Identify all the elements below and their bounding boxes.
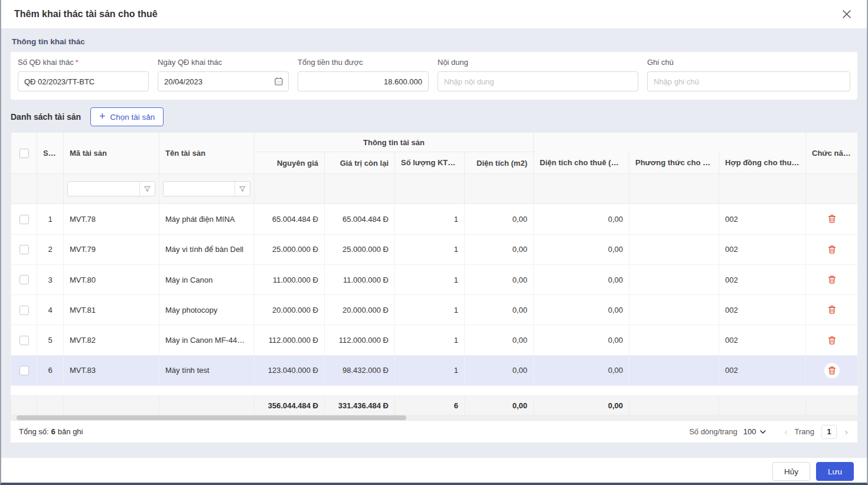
cell-area: 0,00 (465, 204, 534, 234)
content-input[interactable] (438, 71, 638, 91)
decision-date-input[interactable] (158, 71, 289, 91)
prev-page-button[interactable]: ‹ (784, 427, 789, 437)
save-button[interactable]: Lưu (816, 462, 854, 481)
delete-row-button[interactable] (824, 363, 840, 378)
row-checkbox-cell (11, 355, 37, 385)
cell-asset-code: MVT.78 (64, 204, 159, 234)
filter-asset-name-input[interactable] (164, 182, 234, 196)
row-checkbox-cell (11, 295, 37, 325)
cell-actions (806, 234, 858, 264)
cell-remaining-value: 11.000.000 Đ (325, 264, 395, 294)
cell-asset-code: MVT.83 (64, 355, 159, 385)
cell-quantity: 1 (395, 295, 465, 325)
required-marker: (*) (800, 158, 805, 167)
cell-asset-name: Máy photocopy (159, 295, 254, 325)
cell-rent-area: 0,00 (534, 325, 629, 355)
table-row: 4 MVT.81 Máy photocopy 20.000.000 Đ 20.0… (11, 295, 858, 325)
delete-row-button[interactable] (824, 242, 840, 257)
dialog-body: Thông tin khai thác Số QĐ khai thác* Ngà… (0, 28, 868, 450)
total-original-cost: 356.044.484 Đ (254, 396, 325, 415)
trash-icon (827, 336, 837, 345)
page-size-select[interactable]: 100 (743, 427, 766, 436)
field-content: Nội dung (438, 58, 638, 91)
trash-icon (827, 214, 837, 224)
field-decision-date: Ngày QĐ khai thác (158, 58, 289, 91)
current-page-box[interactable]: 1 (821, 425, 837, 439)
next-page-button[interactable]: › (844, 427, 849, 437)
total-quantity: 6 (395, 396, 465, 415)
cell-area: 0,00 (465, 264, 534, 294)
decision-date-label: Ngày QĐ khai thác (158, 58, 289, 67)
row-checkbox[interactable] (19, 245, 29, 254)
info-section-title: Thông tin khai thác (11, 28, 857, 52)
cell-asset-name: Máy in Canon MF-445D... (159, 325, 254, 355)
cell-quantity: 1 (395, 325, 465, 355)
cell-asset-name: Máy in Canon (159, 264, 254, 294)
row-checkbox[interactable] (19, 215, 29, 224)
cell-rent-area: 0,00 (534, 355, 629, 385)
scrollbar-thumb[interactable] (17, 415, 406, 420)
total-remaining-value: 331.436.484 Đ (325, 396, 395, 415)
note-input[interactable] (647, 71, 850, 91)
cell-rent-area: 0,00 (534, 264, 629, 294)
cell-asset-code: MVT.82 (64, 325, 159, 355)
cell-actions (806, 204, 858, 234)
asset-table-card: STT Mã tài sản Tên tài sản Thông tin tài… (11, 132, 857, 443)
dialog-header: Thêm khai thác tài sản cho thuê (0, 0, 868, 28)
cell-actions (806, 264, 858, 294)
cell-area: 0,00 (465, 325, 534, 355)
row-checkbox[interactable] (19, 366, 29, 375)
col-actions: Chức năng (806, 133, 858, 174)
col-stt: STT (37, 133, 64, 174)
row-checkbox[interactable] (19, 275, 29, 284)
trash-icon (827, 305, 837, 314)
cell-asset-name: Máy vi tính để bàn Dell (159, 234, 254, 264)
required-marker: * (76, 58, 79, 67)
delete-row-button[interactable] (824, 211, 840, 227)
delete-row-button[interactable] (824, 302, 840, 317)
col-group-asset-info: Thông tin tài sản (254, 133, 534, 152)
col-rent-area: Diện tích cho thuê (m2) (534, 152, 629, 174)
total-amount-input[interactable] (298, 71, 429, 91)
total-amount-label: Tổng tiền thu được (298, 58, 429, 67)
decision-number-input[interactable] (18, 71, 149, 91)
cell-remaining-value: 65.004.484 Đ (325, 204, 395, 234)
row-checkbox[interactable] (19, 306, 29, 315)
table-empty-space (11, 386, 858, 396)
row-checkbox-cell (11, 234, 37, 264)
calendar-icon[interactable] (274, 77, 283, 89)
cell-area: 0,00 (465, 234, 534, 264)
cancel-button[interactable]: Hủy (772, 462, 810, 481)
table-row: 1 MVT.78 Máy phát điện MINA 65.004.484 Đ… (11, 204, 858, 234)
delete-row-button[interactable] (824, 272, 840, 287)
cell-original-cost: 112.000.000 Đ (254, 325, 325, 355)
choose-asset-label: Chọn tài sản (110, 113, 155, 122)
cell-contract: 002 (719, 204, 806, 234)
close-icon[interactable] (840, 7, 854, 21)
cell-rent-method (629, 234, 719, 264)
row-checkbox-cell (11, 325, 37, 355)
col-original-cost: Nguyên giá (254, 152, 325, 174)
field-total-amount: Tổng tiền thu được (298, 58, 429, 91)
cell-contract: 002 (719, 234, 806, 264)
cell-rent-method (629, 204, 719, 234)
row-checkbox[interactable] (19, 336, 29, 345)
cell-quantity: 1 (395, 204, 465, 234)
cell-asset-code: MVT.79 (64, 234, 159, 264)
choose-asset-button[interactable]: + Chọn tài sản (90, 107, 164, 126)
cell-asset-code: MVT.80 (64, 264, 159, 294)
cell-area: 0,00 (465, 355, 534, 385)
delete-row-button[interactable] (824, 333, 840, 348)
filter-funnel-icon[interactable] (139, 182, 155, 196)
cell-original-cost: 65.004.484 Đ (254, 204, 325, 234)
filter-funnel-icon[interactable] (234, 182, 250, 196)
total-rent-area: 0,00 (534, 396, 629, 415)
cell-stt: 1 (37, 204, 64, 234)
filter-asset-code-input[interactable] (68, 182, 139, 196)
horizontal-scrollbar (11, 415, 857, 420)
table-row: 6 MVT.83 Máy tính test 123.040.000 Đ 98.… (11, 355, 858, 385)
cell-contract: 002 (719, 325, 806, 355)
select-all-checkbox[interactable] (19, 149, 29, 158)
col-asset-name: Tên tài sản (159, 133, 254, 174)
trash-icon (827, 366, 837, 375)
